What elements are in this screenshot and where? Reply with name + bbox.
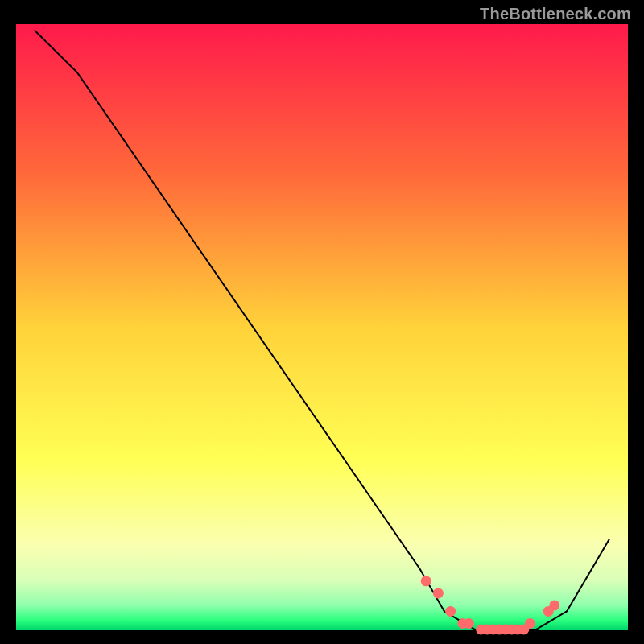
marker-dot <box>445 606 456 617</box>
marker-dot <box>525 618 535 629</box>
marker-dot <box>549 600 559 610</box>
chart-container: { "watermark": "TheBottleneck.com", "cha… <box>0 0 644 644</box>
chart-svg <box>0 0 644 644</box>
marker-dot <box>421 576 431 586</box>
marker-dot <box>433 588 444 598</box>
plot-background <box>16 24 628 630</box>
marker-dot <box>464 618 474 629</box>
watermark: TheBottleneck.com <box>480 5 631 23</box>
